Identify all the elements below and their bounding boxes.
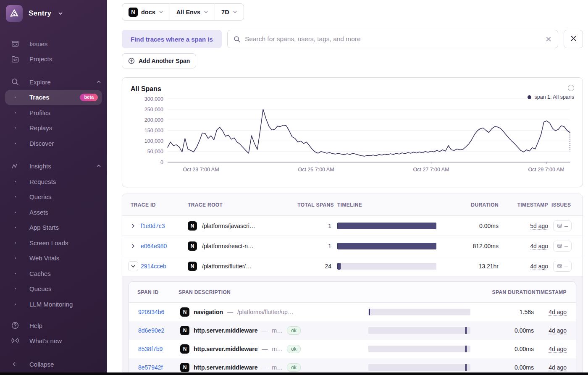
expand-row-icon[interactable] [128, 223, 138, 228]
trace-timestamp[interactable]: 5d ago [500, 223, 550, 229]
sidebar-item-web-vitals[interactable]: Web Vitals [0, 251, 107, 266]
sentry-logo-icon [6, 5, 23, 22]
sidebar-item-app-starts[interactable]: App Starts [0, 220, 107, 236]
clear-search-icon[interactable] [545, 36, 552, 42]
sidebar-item-label: LLM Monitoring [29, 301, 101, 308]
sidebar-item-label: Discover [29, 140, 101, 147]
expanded-trace-zone: Span IDSpan DescriptionSpan DurationTime… [122, 276, 583, 375]
sidebar-item-label: What's new [29, 337, 101, 344]
separator: — [262, 327, 268, 334]
svg-text:Oct 25 7:00 AM: Oct 25 7:00 AM [298, 167, 334, 173]
collapse-row-button[interactable] [128, 261, 138, 271]
svg-text:100,000: 100,000 [144, 138, 163, 144]
trace-id-link[interactable]: 2914cceb [141, 263, 166, 270]
sidebar-item-what-s-new[interactable]: What's new [0, 333, 107, 348]
trace-id-link[interactable]: f1e0d7c3 [141, 223, 165, 229]
sidebar-collapse-button[interactable]: Collapse [0, 357, 107, 372]
nextjs-icon: N [180, 344, 189, 354]
sidebar-item-requests[interactable]: Requests [0, 174, 107, 189]
sidebar-item-label: Requests [29, 178, 101, 185]
remove-span-filter-button[interactable] [564, 30, 583, 48]
date-range-dropdown[interactable]: 7D [215, 4, 244, 20]
sidebar-item-llm-monitoring[interactable]: LLM Monitoring [0, 296, 107, 312]
sidebar-item-replays[interactable]: Replays [0, 121, 107, 136]
table-row[interactable]: f1e0d7c3 N/platforms/javascri… 1 0.00ms … [122, 216, 583, 236]
column-header-duration: Duration [446, 202, 500, 208]
legend-marker-icon [528, 95, 531, 99]
expand-row-icon[interactable] [128, 244, 138, 249]
sidebar-section-explore[interactable]: Explore [0, 74, 107, 90]
span-timestamp[interactable]: 4d ago [536, 346, 576, 352]
span-timestamp[interactable]: 4d ago [536, 309, 576, 315]
sidebar-item-discover[interactable]: Discover [0, 136, 107, 151]
svg-text:200,000: 200,000 [144, 117, 163, 123]
collapse-label: Collapse [29, 361, 101, 368]
sidebar-item-profiles[interactable]: Profiles [0, 105, 107, 121]
separator: — [262, 364, 268, 371]
expand-chart-icon[interactable] [568, 85, 574, 91]
beta-badge: beta [80, 94, 98, 101]
sidebar-item-screen-loads[interactable]: Screen Loads [0, 235, 107, 251]
span-filter-prefix[interactable]: Find traces where a span is [122, 30, 222, 48]
span-description: m… [272, 364, 283, 371]
chevron-down-icon [58, 10, 63, 17]
sidebar-item-projects[interactable]: Projects [0, 52, 107, 67]
close-icon [570, 35, 577, 44]
trace-duration: 812.00ms [446, 243, 500, 249]
trace-root: /platforms/javascri… [202, 223, 255, 229]
spans-table-header: Span IDSpan DescriptionSpan DurationTime… [129, 282, 576, 303]
span-id-link[interactable]: 8d6e90e2 [138, 327, 164, 334]
trace-id-link[interactable]: e064e980 [141, 243, 167, 249]
bullet-icon [11, 127, 19, 128]
sidebar-item-issues[interactable]: Issues [0, 36, 107, 52]
span-timestamp[interactable]: 4d ago [536, 327, 576, 334]
span-row[interactable]: 8538f7b9 Nhttp.server.middleware—m…ok 0.… [129, 340, 576, 358]
project-filter-dropdown[interactable]: N docs [122, 4, 170, 20]
issues-icon [11, 39, 19, 48]
sidebar-item-label: Caches [29, 270, 101, 277]
column-header-issues: Issues [550, 202, 583, 208]
span-timestamp[interactable]: 4d ago [536, 364, 576, 371]
svg-text:Oct 23 7:00 AM: Oct 23 7:00 AM [183, 167, 219, 173]
sidebar-item-help[interactable]: Help [0, 318, 107, 333]
span-id-link[interactable]: 8e57942f [138, 364, 163, 371]
sidebar-item-caches[interactable]: Caches [0, 266, 107, 281]
sentry-app: Sentry Issues Projects Explore Tracesbet… [0, 0, 588, 375]
spans-table: Span IDSpan DescriptionSpan DurationTime… [129, 281, 576, 375]
sidebar-item-queries[interactable]: Queries [0, 189, 107, 205]
trace-timestamp[interactable]: 4d ago [500, 263, 550, 270]
sidebar-item-queues[interactable]: Queues [0, 281, 107, 297]
sidebar-item-traces[interactable]: Tracesbeta [5, 90, 102, 105]
table-row[interactable]: e064e980 N/platforms/react-n… 1 812.00ms… [122, 236, 583, 256]
svg-text:150,000: 150,000 [144, 128, 163, 134]
total-spans: 1 [295, 243, 336, 249]
sidebar-item-assets[interactable]: Assets [0, 205, 107, 220]
environment-filter-dropdown[interactable]: All Envs [170, 4, 215, 20]
help-icon [11, 321, 19, 330]
span-search-input[interactable] [245, 35, 541, 43]
span-id-link[interactable]: 920934b6 [138, 309, 164, 315]
span-status-badge: ok [287, 345, 301, 353]
span-id-link[interactable]: 8538f7b9 [138, 346, 163, 352]
sidebar-item-label: Replays [29, 124, 101, 131]
nextjs-icon: N [180, 363, 189, 372]
total-spans: 1 [295, 223, 336, 229]
add-another-span-button[interactable]: Add Another Span [122, 53, 196, 68]
org-switcher[interactable]: Sentry [0, 0, 107, 27]
issues-count-pill[interactable]: – [553, 220, 572, 231]
table-row[interactable]: 2914cceb N/platforms/flutter/… 24 13.21h… [122, 256, 583, 276]
span-row[interactable]: 920934b6 Nnavigation—/platforms/flutter/… [129, 303, 576, 321]
issues-count-pill[interactable]: – [553, 261, 572, 272]
traces-table-header: Trace IDTrace RootTotal SpansTimelineDur… [122, 194, 583, 216]
nextjs-icon: N [188, 221, 197, 231]
nextjs-icon: N [188, 241, 197, 251]
span-row[interactable]: 8d6e90e2 Nhttp.server.middleware—m…ok 0.… [129, 321, 576, 340]
bullet-icon [11, 97, 19, 98]
span-duration: 0.00ms [481, 327, 536, 334]
issues-count-pill[interactable]: – [553, 241, 572, 252]
trace-root: /platforms/flutter/… [202, 263, 252, 270]
sidebar-section-insights[interactable]: Insights [0, 159, 107, 174]
bullet-icon [11, 212, 19, 213]
chart-legend-item[interactable]: span 1: All spans [528, 94, 574, 100]
trace-timestamp[interactable]: 4d ago [500, 243, 550, 249]
